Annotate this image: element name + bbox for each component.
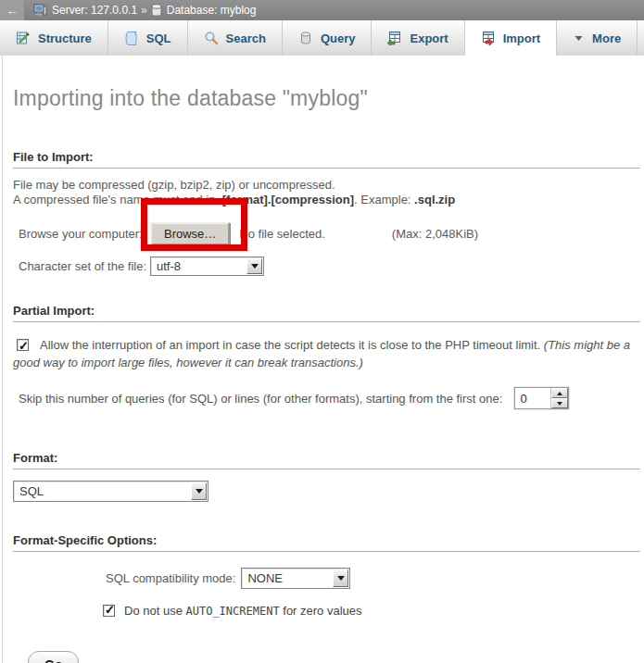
skip-queries-row: Skip this number of queries (for SQL) or… bbox=[13, 387, 640, 409]
spinner-down-icon bbox=[557, 402, 562, 406]
breadcrumb-database[interactable]: Database: myblog bbox=[151, 4, 257, 17]
sql-icon bbox=[124, 31, 139, 45]
tab-query[interactable]: Query bbox=[283, 20, 373, 56]
allow-interruption-row: Allow the interruption of an import in c… bbox=[13, 336, 640, 371]
tab-import[interactable]: Import bbox=[465, 20, 557, 56]
breadcrumb: ← Server: 127.0.0.1 » Database: myblog bbox=[0, 0, 644, 20]
file-import-description: File may be compressed (gzip, bzip2, zip… bbox=[13, 178, 640, 207]
desc-line2-prefix: A compressed file's name must end in bbox=[13, 193, 219, 206]
tab-export[interactable]: Export bbox=[372, 20, 464, 56]
format-select-arrow-icon[interactable] bbox=[191, 482, 207, 500]
max-upload-size: (Max: 2,048KiB) bbox=[392, 227, 478, 241]
skip-queries-input[interactable] bbox=[515, 388, 550, 408]
actions-row: Go bbox=[13, 651, 640, 663]
sql-compatibility-select[interactable]: NONE bbox=[241, 568, 350, 589]
tab-more-label: More bbox=[592, 31, 621, 45]
format-select[interactable]: SQL bbox=[13, 481, 208, 502]
breadcrumb-server[interactable]: Server: 127.0.0.1 bbox=[33, 4, 137, 17]
auto-increment-prefix: Do not use bbox=[124, 604, 186, 618]
tab-structure[interactable]: Structure bbox=[0, 20, 108, 56]
panel-left-border bbox=[2, 56, 3, 663]
tab-export-label: Export bbox=[410, 31, 448, 45]
charset-selected-value: utf-8 bbox=[157, 259, 181, 273]
spinner-down-button[interactable] bbox=[551, 398, 568, 408]
tab-structure-label: Structure bbox=[38, 31, 92, 45]
compat-select-arrow-icon[interactable] bbox=[333, 569, 348, 587]
tab-sql[interactable]: SQL bbox=[108, 20, 188, 56]
page-title: Importing into the database "myblog" bbox=[13, 86, 640, 111]
spinner-up-icon bbox=[557, 392, 562, 395]
no-file-selected-text: No file selected. bbox=[239, 227, 325, 241]
back-arrow-button[interactable]: ← bbox=[0, 0, 25, 20]
auto-increment-row: Do not use AUTO_INCREMENT for zero value… bbox=[13, 604, 640, 618]
section-heading-partial-import: Partial Import: bbox=[13, 304, 640, 322]
section-heading-format: Format: bbox=[13, 451, 640, 469]
browse-label: Browse your computer: bbox=[19, 227, 150, 241]
import-page: Importing into the database "myblog" Fil… bbox=[0, 86, 644, 663]
sql-compatibility-label: SQL compatibility mode: bbox=[106, 571, 235, 585]
tab-bar: Structure SQL Search Query Export bbox=[0, 20, 644, 56]
desc-format-pattern: .[format].[compression] bbox=[219, 193, 354, 206]
back-arrow-icon: ← bbox=[6, 4, 19, 18]
charset-select[interactable]: utf-8 bbox=[150, 256, 264, 276]
export-icon bbox=[387, 31, 402, 45]
auto-increment-suffix: for zero values bbox=[280, 604, 362, 618]
tab-query-label: Query bbox=[321, 31, 356, 45]
auto-increment-checkbox[interactable] bbox=[103, 605, 115, 617]
breadcrumb-database-label: Database: myblog bbox=[167, 4, 257, 17]
search-icon bbox=[204, 31, 219, 45]
format-selected-value: SQL bbox=[19, 484, 44, 498]
tab-search-label: Search bbox=[226, 31, 266, 45]
tab-search[interactable]: Search bbox=[188, 20, 283, 56]
sql-compatibility-row: SQL compatibility mode: NONE bbox=[13, 568, 640, 589]
spinner-up-button[interactable] bbox=[551, 388, 568, 398]
tab-import-label: Import bbox=[503, 31, 540, 45]
browse-row: Browse your computer: Browse… No file se… bbox=[13, 221, 640, 245]
charset-row: Character set of the file: utf-8 bbox=[13, 256, 640, 276]
query-icon bbox=[298, 31, 313, 45]
breadcrumb-separator: » bbox=[141, 4, 147, 17]
charset-select-arrow-icon[interactable] bbox=[246, 258, 262, 274]
allow-interruption-text: Allow the interruption of an import in c… bbox=[40, 338, 544, 352]
tab-more[interactable]: More bbox=[557, 20, 638, 56]
skip-queries-label: Skip this number of queries (for SQL) or… bbox=[19, 392, 502, 406]
desc-line2-mid: . Example: bbox=[354, 193, 414, 206]
browse-button[interactable]: Browse… bbox=[150, 222, 230, 245]
section-heading-file-to-import: File to Import: bbox=[13, 150, 640, 169]
tab-sql-label: SQL bbox=[146, 31, 171, 45]
desc-example: .sql.zip bbox=[414, 193, 455, 206]
allow-interruption-checkbox[interactable] bbox=[17, 339, 29, 351]
section-heading-format-specific: Format-Specific Options: bbox=[13, 533, 640, 552]
format-row: SQL bbox=[13, 481, 640, 502]
import-icon bbox=[481, 31, 496, 45]
chevron-down-icon bbox=[573, 32, 585, 44]
sql-compatibility-selected-value: NONE bbox=[247, 571, 283, 585]
database-icon bbox=[151, 4, 162, 17]
skip-queries-stepper[interactable] bbox=[514, 387, 569, 409]
breadcrumb-server-label: Server: 127.0.0.1 bbox=[52, 4, 137, 17]
desc-line1: File may be compressed (gzip, bzip2, zip… bbox=[13, 178, 335, 192]
go-button[interactable]: Go bbox=[28, 651, 79, 663]
auto-increment-keyword: AUTO_INCREMENT bbox=[186, 605, 280, 618]
structure-icon bbox=[16, 31, 31, 45]
server-icon bbox=[33, 4, 47, 17]
charset-label: Character set of the file: bbox=[19, 259, 150, 273]
